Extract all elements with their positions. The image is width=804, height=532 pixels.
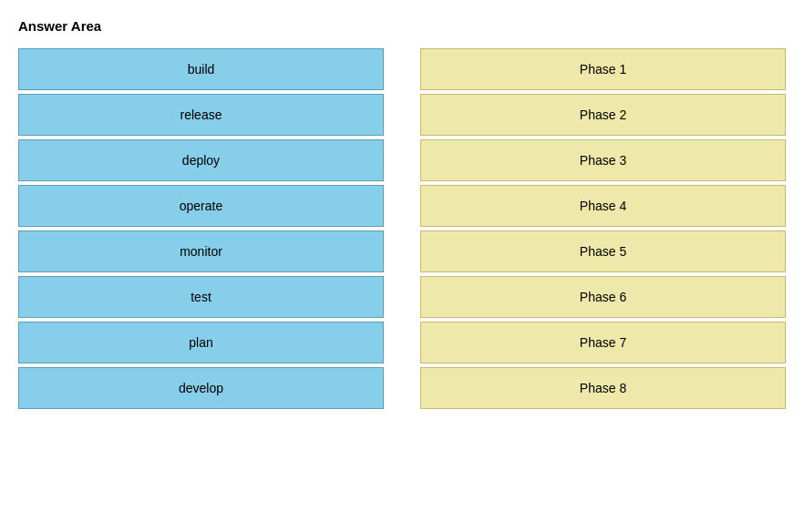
columns-container: buildreleasedeployoperatemonitortestplan…: [18, 48, 786, 409]
right-item[interactable]: Phase 8: [420, 367, 786, 409]
answer-area-section: Answer Area buildreleasedeployoperatemon…: [18, 18, 786, 409]
left-item[interactable]: develop: [18, 367, 384, 409]
right-item[interactable]: Phase 7: [420, 322, 786, 363]
left-item[interactable]: monitor: [18, 230, 384, 272]
left-item[interactable]: test: [18, 276, 384, 318]
right-item[interactable]: Phase 3: [420, 139, 786, 181]
right-item[interactable]: Phase 2: [420, 94, 786, 136]
right-column: Phase 1Phase 2Phase 3Phase 4Phase 5Phase…: [420, 48, 786, 409]
left-column: buildreleasedeployoperatemonitortestplan…: [18, 48, 384, 409]
left-item[interactable]: release: [18, 94, 384, 136]
left-item[interactable]: deploy: [18, 139, 384, 181]
left-item[interactable]: operate: [18, 185, 384, 227]
right-item[interactable]: Phase 4: [420, 185, 786, 227]
left-item[interactable]: plan: [18, 322, 384, 363]
right-item[interactable]: Phase 6: [420, 276, 786, 318]
section-title: Answer Area: [18, 18, 786, 34]
right-item[interactable]: Phase 1: [420, 48, 786, 90]
left-item[interactable]: build: [18, 48, 384, 90]
right-item[interactable]: Phase 5: [420, 230, 786, 272]
